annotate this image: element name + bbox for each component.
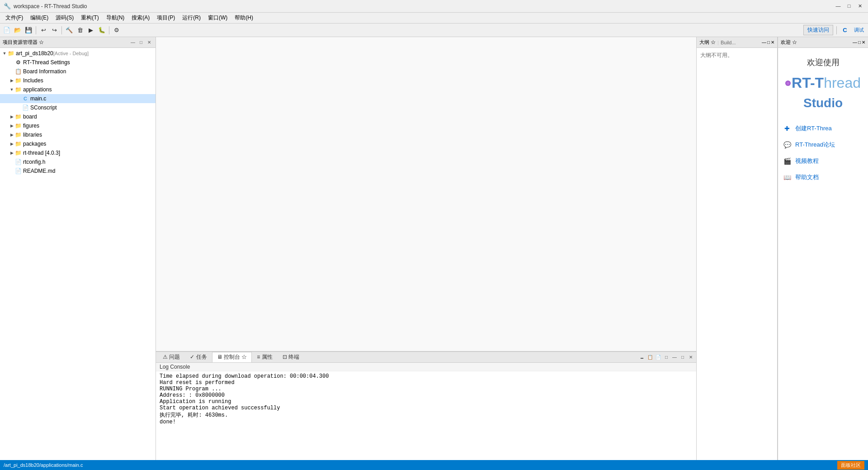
close-button[interactable]: ✕ <box>855 2 864 10</box>
menu-item-w[interactable]: 窗口(W) <box>204 13 231 23</box>
perspective-c-button[interactable]: C <box>840 25 850 35</box>
quick-access-button[interactable]: 快速访问 <box>803 25 833 35</box>
bottom-right-label[interactable]: 面板社区 <box>837 461 864 470</box>
console-icon1[interactable]: 🗕 <box>638 354 646 361</box>
console-icon4[interactable]: □ <box>663 354 670 361</box>
tree-item-rt-settings[interactable]: ⚙RT-Thread Settings <box>0 58 156 67</box>
tree-item-figures[interactable]: ▶📁figures <box>0 121 156 130</box>
run-button[interactable]: ▶ <box>86 25 96 35</box>
tree-item-applications[interactable]: ▼📁applications <box>0 85 156 94</box>
welcome-tab-label[interactable]: 欢迎 ☆ <box>781 39 797 46</box>
menu-item-t[interactable]: 重构(T) <box>77 13 102 23</box>
tree-icon-folder: 📁 <box>14 150 22 156</box>
welcome-minimize[interactable]: — <box>853 40 857 45</box>
tree-item-includes[interactable]: ▶📁Includes <box>0 76 156 85</box>
sidebar-minimize-button[interactable]: — <box>129 39 137 46</box>
tree-item-board-info[interactable]: 📋Board Information <box>0 67 156 76</box>
tree-label: packages <box>23 141 46 147</box>
menu-item-p[interactable]: 项目(P) <box>153 13 179 23</box>
bottom-tabs-list: ⚠ 问题✓ 任务🖥 控制台 ☆≡ 属性⊡ 终端 <box>158 352 304 362</box>
outline-tab[interactable]: 大纲 ☆ <box>699 39 716 46</box>
right-panel: 欢迎 ☆ — □ ✕ 欢迎使用 RT-Thread Studio ✚创建RT-T… <box>778 37 868 460</box>
welcome-link-icon: 📖 <box>783 173 792 182</box>
status-bar: /art_pi_ds18b20/applications/main.c 面板社区 <box>0 460 868 470</box>
welcome-link-rtthread论坛[interactable]: 💬RT-Thread论坛 <box>783 140 863 149</box>
tree-icon-folder: 📁 <box>14 77 22 84</box>
app-icon: 🔧 <box>4 3 11 9</box>
welcome-link-label: 视频教程 <box>795 157 819 165</box>
tree-item-libraries[interactable]: ▶📁libraries <box>0 130 156 139</box>
tree-item-packages[interactable]: ▶📁packages <box>0 139 156 148</box>
console-maximize[interactable]: □ <box>679 354 686 361</box>
build-button[interactable]: 🔨 <box>64 25 74 35</box>
title-bar: 🔧 workspace - RT-Thread Studio — □ ✕ <box>0 0 868 13</box>
welcome-link-视频教程[interactable]: 🎬视频教程 <box>783 157 863 166</box>
undo-button[interactable]: ↩ <box>38 25 48 35</box>
console-line: Start operation achieved successfully <box>160 405 693 411</box>
tree-arrow: ▶ <box>9 133 14 137</box>
menu-item-h[interactable]: 帮助(H) <box>231 13 257 23</box>
tree-item-board[interactable]: ▶📁board <box>0 112 156 121</box>
tree-icon-c-file: C <box>22 96 29 101</box>
welcome-link-帮助文档[interactable]: 📖帮助文档 <box>783 173 863 182</box>
welcome-maximize[interactable]: □ <box>858 40 861 45</box>
tree-item-readme[interactable]: 📄README.md <box>0 166 156 176</box>
sidebar-close-button[interactable]: ✕ <box>146 39 153 46</box>
menu-item-a[interactable]: 搜索(A) <box>128 13 153 23</box>
welcome-close[interactable]: ✕ <box>862 40 865 45</box>
tree-icon-folder: 📁 <box>14 123 22 129</box>
console-line: Address: : 0x8000000 <box>160 392 693 399</box>
editor-area[interactable] <box>156 37 696 351</box>
bottom-tab-问题[interactable]: ⚠ 问题 <box>158 352 185 362</box>
welcome-link-label: 创建RT-Threa <box>795 124 832 133</box>
save-button[interactable]: 💾 <box>24 25 33 35</box>
minimize-button[interactable]: — <box>834 2 843 10</box>
menu-item-e[interactable]: 编辑(E) <box>27 13 52 23</box>
clean-button[interactable]: 🗑 <box>75 25 85 35</box>
perspective-debug-button[interactable]: 调试 <box>852 25 866 35</box>
outline-maximize[interactable]: □ <box>767 40 770 45</box>
maximize-button[interactable]: □ <box>844 2 854 10</box>
console-minimize[interactable]: — <box>671 354 678 361</box>
sidebar: 项目资源管理器 ☆ — □ ✕ ▼📁art_pi_ds18b20 [Active… <box>0 37 156 460</box>
console-line: done! <box>160 419 693 425</box>
redo-button[interactable]: ↪ <box>49 25 59 35</box>
build-tab[interactable]: Build... <box>721 40 736 45</box>
outline-minimize[interactable]: — <box>762 40 766 45</box>
outline-panel: 大纲 ☆ | Build... — □ ✕ 大纲不可用。 <box>696 37 778 460</box>
sidebar-maximize-button[interactable]: □ <box>137 39 145 46</box>
tree-item-root[interactable]: ▼📁art_pi_ds18b20 [Active - Debug] <box>0 49 156 58</box>
console-area[interactable]: Time elapsed during download operation: … <box>156 371 696 460</box>
debug-button[interactable]: 🐛 <box>97 25 107 35</box>
bottom-tab-终端[interactable]: ⊡ 终端 <box>278 352 304 362</box>
new-button[interactable]: 📄 <box>2 25 12 35</box>
tree-item-rt-thread[interactable]: ▶📁rt-thread [4.0.3] <box>0 148 156 157</box>
outline-close[interactable]: ✕ <box>771 40 774 45</box>
welcome-link-icon: ✚ <box>783 124 792 133</box>
menu-item-f[interactable]: 文件(F) <box>2 13 27 23</box>
right-panel-header: 欢迎 ☆ — □ ✕ <box>778 37 868 48</box>
menu-item-s[interactable]: 源码(S) <box>52 13 77 23</box>
menu-item-r[interactable]: 运行(R) <box>179 13 204 23</box>
tree-icon-project: 📁 <box>7 50 14 57</box>
config-button[interactable]: ⚙ <box>112 25 122 35</box>
console-icon2[interactable]: 📋 <box>646 354 654 361</box>
menu-item-n[interactable]: 导航(N) <box>103 13 128 23</box>
bottom-tab-属性[interactable]: ≡ 属性 <box>252 352 277 362</box>
console-icon3[interactable]: 📄 <box>655 354 662 361</box>
outline-unavailable: 大纲不可用。 <box>700 52 733 58</box>
console-line: Hard reset is performed <box>160 380 693 386</box>
tree-item-rtconfig[interactable]: 📄rtconfig.h <box>0 157 156 166</box>
welcome-link-icon: 💬 <box>783 140 792 149</box>
welcome-link-创建rtthrea[interactable]: ✚创建RT-Threa <box>783 124 863 133</box>
main-layout: 项目资源管理器 ☆ — □ ✕ ▼📁art_pi_ds18b20 [Active… <box>0 37 868 460</box>
logo-rt: RT-T <box>792 75 824 91</box>
tree-item-sconscript[interactable]: 📄SConscript <box>0 103 156 112</box>
welcome-link-label: 帮助文档 <box>795 173 819 181</box>
bottom-tab-控制台[interactable]: 🖥 控制台 ☆ <box>212 352 252 362</box>
tree-item-main-c[interactable]: Cmain.c <box>0 94 156 103</box>
bottom-tab-任务[interactable]: ✓ 任务 <box>185 352 212 362</box>
tree-icon-folder: 📁 <box>14 114 22 120</box>
console-close[interactable]: ✕ <box>687 354 694 361</box>
open-button[interactable]: 📂 <box>13 25 23 35</box>
